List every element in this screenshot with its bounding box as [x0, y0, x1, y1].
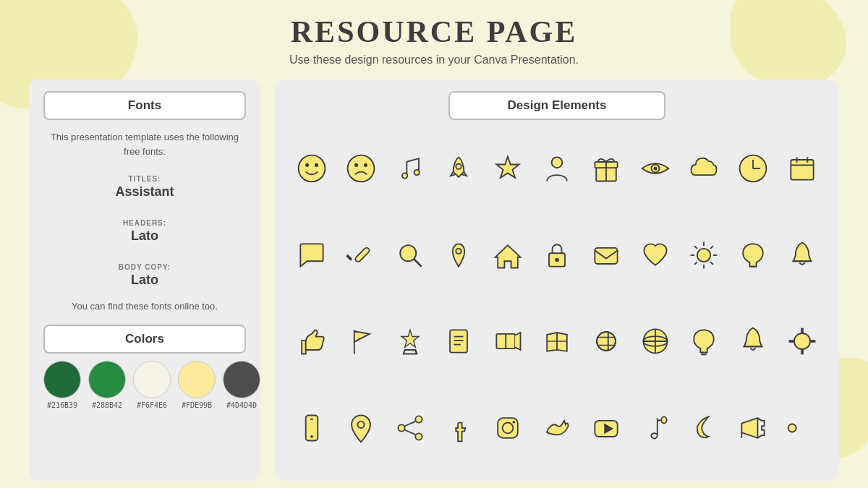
svg-point-6 — [401, 173, 407, 178]
body-font: Lato — [43, 273, 246, 288]
svg-point-81 — [661, 416, 666, 423]
color-swatch — [133, 361, 171, 398]
svg-point-29 — [555, 257, 559, 262]
colors-section: Colors #216B39#288B42#F6F4E6#FDE99B#4D4D… — [43, 325, 246, 409]
color-hex-label: #4D4D4D — [226, 401, 257, 409]
page-wrapper: RESOURCE PAGE Use these design resources… — [0, 0, 868, 488]
svg-point-61 — [794, 333, 810, 349]
svg-line-39 — [695, 262, 698, 265]
color-swatches: #216B39#288B42#F6F4E6#FDE99B#4D4D4D — [43, 361, 246, 409]
headers-label: HEADERS: — [123, 219, 166, 227]
headers-font-entry: HEADERS: Lato — [43, 215, 246, 244]
svg-point-71 — [415, 433, 422, 440]
icon-cell-28 — [584, 301, 629, 383]
svg-rect-30 — [595, 248, 617, 264]
fonts-section-box: Fonts — [43, 91, 246, 120]
svg-point-85 — [788, 424, 796, 432]
icon-cell-17 — [584, 214, 629, 296]
icon-cell-19 — [682, 214, 727, 296]
svg-point-0 — [299, 155, 326, 181]
icon-cell-0 — [289, 127, 334, 210]
svg-line-37 — [711, 262, 714, 265]
icon-cell-20 — [731, 214, 775, 296]
icon-cell-9 — [731, 127, 775, 210]
left-panel: Fonts This presentation template uses th… — [29, 80, 260, 481]
svg-point-76 — [503, 423, 514, 434]
color-swatch — [178, 361, 216, 398]
icon-cell-30 — [682, 301, 727, 383]
icon-cell-42 — [731, 387, 775, 469]
icon-cell-41 — [682, 387, 727, 469]
icon-cell-12 — [339, 214, 383, 296]
icon-cell-16 — [535, 214, 579, 296]
fonts-description: This presentation template uses the foll… — [43, 130, 246, 158]
color-swatch-wrap: #288B42 — [88, 361, 126, 409]
icon-cell-7 — [633, 127, 678, 210]
icon-cell-24 — [388, 301, 433, 383]
svg-point-25 — [400, 245, 416, 261]
icon-cell-5 — [535, 127, 579, 210]
svg-point-69 — [357, 421, 364, 428]
icon-cell-23 — [339, 301, 383, 383]
svg-point-7 — [414, 170, 419, 175]
icon-cell-27 — [535, 301, 579, 383]
icon-cell-40 — [633, 387, 678, 469]
colors-section-title: Colors — [125, 332, 164, 346]
icon-cell-26 — [485, 301, 530, 383]
titles-font-entry: TITLES: Assistant — [43, 171, 246, 200]
icon-cell-37 — [485, 387, 530, 469]
icon-cell-29 — [633, 301, 678, 383]
page-title: RESOURCE PAGE — [291, 14, 577, 49]
design-elements-header: Design Elements — [289, 91, 825, 120]
icon-cell-18 — [633, 214, 678, 296]
icon-cell-14 — [436, 214, 481, 296]
color-hex-label: #288B42 — [92, 401, 122, 409]
page-subtitle: Use these design resources in your Canva… — [289, 53, 579, 67]
svg-point-27 — [456, 248, 461, 253]
icon-cell-43 — [780, 387, 825, 469]
svg-marker-9 — [497, 156, 519, 177]
color-swatch-wrap: #4D4D4D — [223, 361, 260, 409]
svg-point-70 — [415, 416, 422, 423]
icon-cell-1 — [339, 127, 383, 210]
icon-cell-35 — [388, 387, 433, 469]
icon-cell-22 — [289, 301, 334, 383]
svg-point-31 — [697, 248, 710, 261]
color-swatch-wrap: #216B39 — [43, 361, 81, 409]
icon-cell-10 — [780, 127, 825, 210]
colors-section-box: Colors — [43, 325, 246, 354]
svg-point-77 — [513, 421, 516, 424]
color-swatch — [88, 361, 126, 398]
svg-point-68 — [310, 435, 313, 438]
svg-point-8 — [456, 163, 461, 168]
svg-point-3 — [347, 155, 374, 181]
icon-cell-13 — [388, 214, 433, 296]
icon-cell-31 — [731, 301, 775, 383]
svg-line-74 — [404, 430, 415, 435]
svg-point-2 — [315, 163, 318, 166]
svg-rect-23 — [354, 247, 370, 262]
headers-font: Lato — [43, 228, 246, 244]
svg-line-26 — [414, 259, 421, 266]
icons-grid — [289, 127, 825, 469]
svg-rect-19 — [791, 160, 813, 180]
svg-point-5 — [364, 163, 367, 166]
color-hex-label: #F6F4E6 — [137, 401, 167, 409]
color-swatch — [223, 361, 260, 398]
icon-cell-38 — [535, 387, 579, 469]
main-content: Fonts This presentation template uses th… — [29, 80, 839, 481]
icon-cell-21 — [780, 214, 825, 296]
right-panel: Design Elements — [275, 80, 839, 481]
svg-rect-24 — [346, 254, 352, 260]
icon-cell-3 — [436, 127, 481, 210]
color-hex-label: #FDE99B — [182, 401, 212, 409]
svg-point-1 — [306, 163, 309, 166]
svg-line-36 — [695, 246, 698, 249]
svg-point-10 — [552, 157, 563, 168]
icon-cell-25 — [436, 301, 481, 383]
fonts-section-title: Fonts — [128, 98, 161, 112]
titles-font: Assistant — [43, 184, 246, 200]
color-swatch — [43, 361, 81, 398]
design-elements-box: Design Elements — [448, 91, 665, 120]
fonts-online-text: You can find these fonts online too. — [43, 301, 246, 312]
